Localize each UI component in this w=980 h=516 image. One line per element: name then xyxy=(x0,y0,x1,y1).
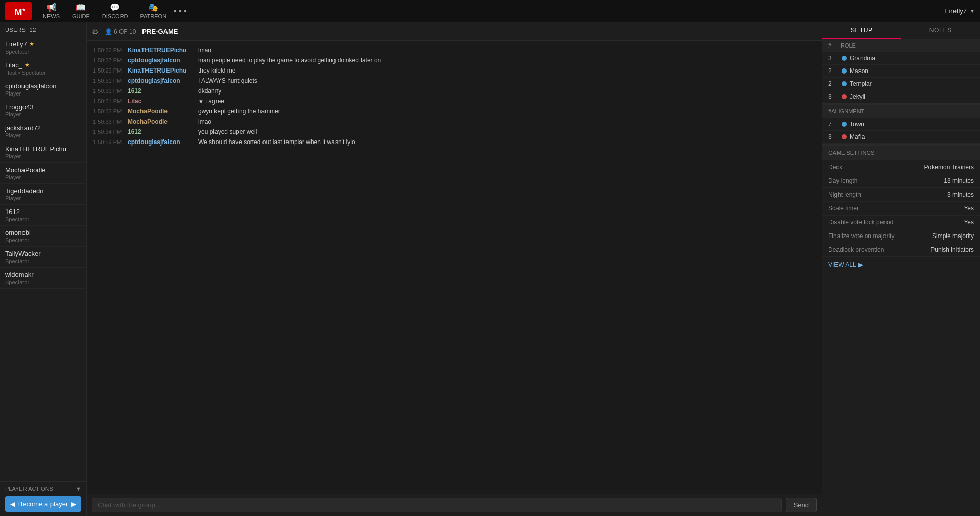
pre-game-label: PRE-GAME xyxy=(142,28,178,35)
list-item: 3 Jekyll xyxy=(822,90,980,103)
list-item[interactable]: Tigerbladedn Player xyxy=(0,184,86,205)
table-row: 1:50:59 PM cptdouglasjfalcon We should h… xyxy=(87,137,822,147)
setting-label: Night length xyxy=(828,191,944,198)
message-text: gwyn kept getting the hammer xyxy=(198,108,280,115)
align-name: Town xyxy=(850,121,864,128)
tab-setup[interactable]: SETUP xyxy=(822,22,901,39)
user-role: Player xyxy=(5,174,81,180)
role-name: Templar xyxy=(850,80,872,87)
setting-label: Finalize vote on majority xyxy=(828,232,929,240)
align-count: 3 xyxy=(828,133,839,140)
align-name: Mafia xyxy=(850,133,865,140)
message-user: MochaPoodle xyxy=(128,118,194,125)
role-name: Jekyll xyxy=(850,93,865,100)
list-item: Disable vote lock period Yes xyxy=(822,216,980,229)
settings-list: Deck Pokemon Trainers Day length 13 minu… xyxy=(822,160,980,257)
left-sidebar: USERS 12 Firefly7 ★ Spectator Lilac_ ★ H… xyxy=(0,22,87,516)
nav-news[interactable]: 📢 NEWS xyxy=(38,1,65,21)
nav-discord[interactable]: 💬 DISCORD xyxy=(97,1,133,21)
view-all-link[interactable]: VIEW ALL ▶ xyxy=(822,257,980,272)
message-time: 1:50:31 PM xyxy=(93,88,124,94)
user-role: Spectator xyxy=(5,237,81,243)
message-time: 1:50:31 PM xyxy=(93,98,124,104)
list-item[interactable]: cptdouglasjfalcon Player xyxy=(0,79,86,100)
username-display: Firefly7 xyxy=(945,7,967,15)
role-count: 3 xyxy=(828,55,839,62)
list-item[interactable]: KinaTHETRUEPichu Player xyxy=(0,142,86,163)
align-col-label: ALIGNMENT xyxy=(831,108,864,114)
nav-patreon[interactable]: 🎭 PATREON xyxy=(135,1,172,21)
message-user: cptdouglasjfalcon xyxy=(128,138,194,146)
table-row: 1:50:29 PM KinaTHETRUEPichu they kileld … xyxy=(87,65,822,76)
role-count: 2 xyxy=(828,67,839,75)
list-item[interactable]: Firefly7 ★ Spectator xyxy=(0,37,86,58)
gear-icon[interactable]: ⚙ xyxy=(92,28,99,36)
chat-messages: 1:50:26 PM KinaTHETRUEPichu lmao 1:50:27… xyxy=(87,41,822,494)
list-item[interactable]: Froggo43 Player xyxy=(0,100,86,121)
player-actions-label: PLAYER ACTIONS xyxy=(5,486,53,492)
align-dot-icon xyxy=(842,134,847,139)
setting-label: Deadlock prevention xyxy=(828,246,927,253)
message-time: 1:50:26 PM xyxy=(93,47,124,53)
message-text: you played super well xyxy=(198,128,257,135)
list-item[interactable]: omonebi Spectator xyxy=(0,226,86,247)
nav-items: 📢 NEWS 📖 GUIDE 💬 DISCORD 🎭 PATREON • • • xyxy=(38,1,945,21)
view-all-arrow-icon: ▶ xyxy=(858,261,863,268)
message-user: cptdouglasjfalcon xyxy=(128,77,194,84)
table-row: 1:50:33 PM MochaPoodle lmao xyxy=(87,116,822,127)
role-count: 3 xyxy=(828,93,839,100)
message-time: 1:50:59 PM xyxy=(93,139,124,145)
user-menu[interactable]: Firefly7 ▼ xyxy=(945,7,975,15)
list-item[interactable]: 1612 Spectator xyxy=(0,205,86,226)
become-player-button[interactable]: ◀ Become a player ▶ xyxy=(5,496,81,512)
message-text: lmao xyxy=(198,118,211,125)
role-dot-icon xyxy=(842,94,847,99)
message-text: man people need to play the game to avoi… xyxy=(198,57,381,64)
list-item[interactable]: TallyWacker Spectator xyxy=(0,247,86,268)
message-user: KinaTHETRUEPichu xyxy=(128,67,194,74)
table-row: 1:50:27 PM cptdouglasjfalcon man people … xyxy=(87,55,822,65)
list-item: Deck Pokemon Trainers xyxy=(822,160,980,174)
user-list: Firefly7 ★ Spectator Lilac_ ★ Host • Spe… xyxy=(0,37,86,481)
player-count: 👤 6 OF 10 xyxy=(105,28,136,35)
user-role: Spectator xyxy=(5,258,81,264)
top-nav: M ★ 📢 NEWS 📖 GUIDE 💬 DISCORD 🎭 PATREON •… xyxy=(0,0,980,22)
user-name: widomakr xyxy=(5,271,81,278)
nav-more[interactable]: • • • xyxy=(174,7,187,16)
tab-notes[interactable]: NOTES xyxy=(901,22,981,39)
list-item: 2 Templar xyxy=(822,78,980,90)
role-dot-icon xyxy=(842,68,847,74)
users-count: 12 xyxy=(30,27,36,33)
btn-left-arrow-icon: ◀ xyxy=(10,500,15,508)
send-button[interactable]: Send xyxy=(786,498,817,512)
table-row: 1:50:31 PM 1612 dkdanny xyxy=(87,86,822,96)
list-item[interactable]: MochaPoodle Player xyxy=(0,163,86,184)
logo[interactable]: M ★ xyxy=(5,2,32,20)
setting-value: 13 minutes xyxy=(944,177,974,184)
align-count: 7 xyxy=(828,121,839,128)
chevron-down-icon: ▼ xyxy=(76,486,81,492)
list-item[interactable]: jackshard72 Player xyxy=(0,121,86,142)
message-user: KinaTHETRUEPichu xyxy=(128,46,194,54)
roles-col-role: ROLE xyxy=(841,42,974,49)
guide-icon: 📖 xyxy=(76,3,86,12)
user-name: 1612 xyxy=(5,208,81,216)
chat-header: ⚙ 👤 6 OF 10 PRE-GAME xyxy=(87,22,822,41)
align-dot-icon xyxy=(842,122,847,127)
player-count-value: 6 OF 10 xyxy=(114,28,136,35)
nav-news-label: NEWS xyxy=(43,13,60,19)
user-name: Froggo43 xyxy=(5,103,81,111)
setting-label: Day length xyxy=(828,177,941,184)
list-item[interactable]: Lilac_ ★ Host • Spectator xyxy=(0,58,86,79)
user-role: Spectator xyxy=(5,49,81,55)
patreon-icon: 🎭 xyxy=(148,3,158,12)
chat-input[interactable] xyxy=(92,498,782,512)
list-item[interactable]: widomakr Spectator xyxy=(0,268,86,289)
user-name: jackshard72 xyxy=(5,124,81,132)
setting-label: Disable vote lock period xyxy=(828,219,961,226)
setting-value: 3 minutes xyxy=(947,191,974,198)
list-item: Deadlock prevention Punish initiators xyxy=(822,243,980,257)
nav-guide[interactable]: 📖 GUIDE xyxy=(67,1,95,21)
user-name: MochaPoodle xyxy=(5,166,81,174)
message-time: 1:50:34 PM xyxy=(93,129,124,135)
